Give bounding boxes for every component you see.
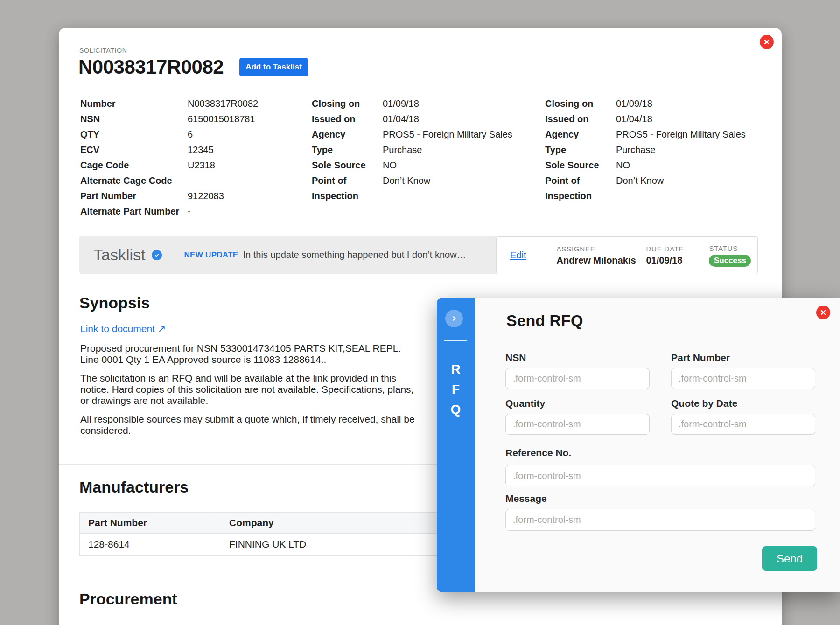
assignee-label: ASSIGNEE xyxy=(556,245,646,253)
detail-label: Number xyxy=(80,96,188,111)
quote-by-date-input[interactable] xyxy=(671,414,815,435)
due-date-label: DUE DATE xyxy=(646,245,709,253)
chevron-right-icon xyxy=(450,314,458,323)
detail-label: Cage Code xyxy=(80,158,188,173)
detail-label: Point of Inspection xyxy=(545,173,616,204)
detail-value: 01/04/18 xyxy=(616,111,652,127)
assignee-value: Andrew Milonakis xyxy=(556,255,646,266)
table-header-part-number: Part Number xyxy=(80,513,214,534)
synopsis-text: Proposed procurement for NSN 53300147341… xyxy=(80,343,416,444)
card-close-button[interactable] xyxy=(760,35,774,49)
status-badge: Success xyxy=(709,255,751,267)
tasklist-meta-panel: Edit ASSIGNEE Andrew Milonakis DUE DATE … xyxy=(496,236,758,274)
document-link[interactable]: Link to document ↗ xyxy=(80,323,166,334)
add-to-tasklist-button[interactable]: Add to Tasklist xyxy=(239,58,308,76)
synopsis-paragraph: The solicitation is an RFQ and will be a… xyxy=(80,373,416,406)
new-update-label: NEW UPDATE xyxy=(184,250,238,260)
quantity-input[interactable] xyxy=(505,414,650,435)
detail-value: - xyxy=(188,173,191,188)
detail-value: N0038317R0082 xyxy=(188,96,258,111)
detail-label: Closing on xyxy=(312,96,383,111)
detail-label: Issued on xyxy=(312,111,383,127)
close-icon xyxy=(819,309,827,316)
detail-value: 9122083 xyxy=(188,188,224,204)
rfq-modal-sidebar: R F Q xyxy=(437,298,475,592)
part-number-input[interactable] xyxy=(671,368,815,389)
cell-part-number: 128-8614 xyxy=(80,534,214,556)
message-label: Message xyxy=(505,493,547,504)
detail-value: - xyxy=(188,204,191,219)
detail-label: Type xyxy=(312,142,383,158)
detail-value: NO xyxy=(383,158,397,173)
detail-label: Type xyxy=(545,142,616,158)
message-input[interactable] xyxy=(505,509,815,531)
detail-value: Don’t Know xyxy=(616,173,664,188)
detail-value: 01/09/18 xyxy=(383,96,419,111)
detail-label: Agency xyxy=(545,127,616,142)
detail-value: 12345 xyxy=(188,142,214,158)
detail-label: Issued on xyxy=(545,111,616,127)
detail-label: Part Number xyxy=(80,188,188,204)
detail-value: 01/04/18 xyxy=(383,111,419,127)
collapse-panel-button[interactable] xyxy=(445,310,463,327)
detail-label: Agency xyxy=(312,127,383,142)
modal-title: Send RFQ xyxy=(506,311,583,330)
detail-value: Purchase xyxy=(383,142,422,158)
detail-label: Alternate Cage Code xyxy=(80,173,188,188)
send-button[interactable]: Send xyxy=(762,546,817,571)
detail-label: Sole Source xyxy=(545,158,616,173)
quote-by-date-label: Quote by Date xyxy=(671,398,737,409)
solicitation-number-title: N0038317R0082 xyxy=(78,56,224,78)
detail-label: Alternate Part Number xyxy=(80,204,188,219)
solicitation-eyebrow: SOLICITATION xyxy=(79,47,127,54)
sidebar-divider xyxy=(444,340,467,341)
update-text: In this update something happened but I … xyxy=(243,250,466,260)
tasklist-check-icon xyxy=(152,250,162,260)
modal-close-button[interactable] xyxy=(816,306,830,319)
reference-no-label: Reference No. xyxy=(505,447,571,458)
detail-label: QTY xyxy=(80,127,188,142)
detail-value: 01/09/18 xyxy=(616,96,652,111)
nsn-input[interactable] xyxy=(505,368,650,389)
detail-value: NO xyxy=(616,158,630,173)
detail-label: Sole Source xyxy=(312,158,383,173)
send-rfq-modal: R F Q Send RFQ NSN Part Number Quantity … xyxy=(437,298,840,592)
detail-label: ECV xyxy=(80,142,188,158)
due-date-value: 01/09/18 xyxy=(646,255,709,266)
details-column-right: Closing on01/09/18 Issued on01/04/18 Age… xyxy=(545,96,746,204)
part-number-label: Part Number xyxy=(671,352,730,363)
details-column-left: NumberN0038317R0082 NSN6150015018781 QTY… xyxy=(80,96,258,219)
edit-link[interactable]: Edit xyxy=(510,250,526,261)
reference-no-input[interactable] xyxy=(505,465,815,486)
close-icon xyxy=(763,38,770,46)
rfq-vertical-label: R F Q xyxy=(437,359,475,419)
detail-value: Don’t Know xyxy=(383,173,430,188)
detail-value: PROS5 - Foreign Military Sales xyxy=(616,127,746,142)
synopsis-paragraph: All responsible sources may submit a quo… xyxy=(80,414,416,436)
detail-label: Closing on xyxy=(545,96,616,111)
synopsis-paragraph: Proposed procurement for NSN 53300147341… xyxy=(80,343,416,365)
detail-value: U2318 xyxy=(188,158,215,173)
detail-value: 6150015018781 xyxy=(188,111,255,127)
nsn-label: NSN xyxy=(505,352,526,363)
detail-label: Point of Inspection xyxy=(312,173,383,204)
quantity-label: Quantity xyxy=(505,398,545,409)
detail-value: Purchase xyxy=(616,142,656,158)
details-column-middle: Closing on01/09/18 Issued on01/04/18 Age… xyxy=(312,96,512,204)
procurement-heading: Procurement xyxy=(79,590,177,608)
manufacturers-heading: Manufacturers xyxy=(79,478,189,496)
tasklist-title: Tasklist xyxy=(93,246,145,264)
detail-label: NSN xyxy=(80,111,188,127)
synopsis-heading: Synopsis xyxy=(79,293,150,312)
detail-value: 6 xyxy=(188,127,193,142)
status-label: STATUS xyxy=(709,244,751,252)
detail-value: PROS5 - Foreign Military Sales xyxy=(383,127,512,142)
vertical-divider xyxy=(539,246,539,265)
external-link-icon: ↗ xyxy=(158,323,166,334)
